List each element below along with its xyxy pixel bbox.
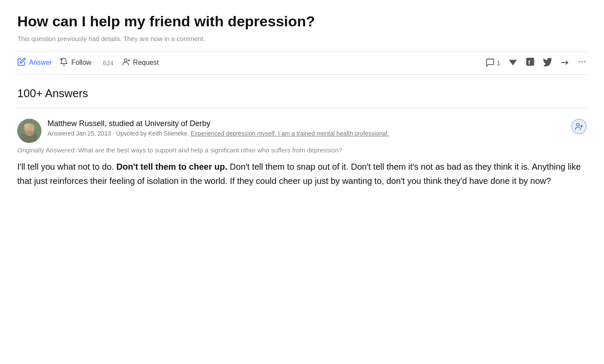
follow-icon xyxy=(60,57,68,68)
follow-divider: · xyxy=(96,59,98,66)
request-icon xyxy=(121,57,130,68)
author-info: Matthew Russell, studied at University o… xyxy=(47,119,565,138)
comment-button[interactable]: 1 xyxy=(485,58,500,67)
action-bar: Answer Follow · 624 Request xyxy=(17,51,587,75)
svg-point-15 xyxy=(24,123,29,129)
avatar xyxy=(17,119,41,143)
upvote-credential-link[interactable]: Experienced depression myself. I am a tr… xyxy=(191,130,389,137)
answer-block: Matthew Russell, studied at University o… xyxy=(17,119,587,188)
svg-point-10 xyxy=(582,61,583,62)
originally-answered: Originally Answered: What are the best w… xyxy=(17,146,587,154)
answer-meta: Answered Jan 25, 2013 · Upvoted by Keith… xyxy=(47,130,565,138)
svg-point-2 xyxy=(124,59,127,62)
add-user-button[interactable] xyxy=(571,119,587,134)
pencil-icon xyxy=(17,57,26,68)
follow-count: 624 xyxy=(103,59,114,66)
question-subtitle: This question previously had details. Th… xyxy=(17,35,587,42)
comment-count: 1 xyxy=(497,59,500,66)
answers-divider xyxy=(17,108,587,108)
question-title: How can I help my friend with depression… xyxy=(17,12,587,31)
answer-button[interactable]: Answer xyxy=(17,56,60,70)
follow-label: Follow xyxy=(71,59,91,66)
answer-text: I'll tell you what not to do. Don't tell… xyxy=(17,160,587,188)
svg-rect-6 xyxy=(526,57,534,65)
request-button[interactable]: Request xyxy=(121,56,167,70)
svg-text:f: f xyxy=(528,59,530,65)
follow-button[interactable]: Follow · 624 xyxy=(60,56,121,70)
downvote-button[interactable] xyxy=(508,58,518,67)
answer-header: Matthew Russell, studied at University o… xyxy=(17,119,587,143)
right-actions: 1 f xyxy=(485,57,587,69)
share-button[interactable] xyxy=(560,58,569,67)
svg-marker-5 xyxy=(509,60,517,66)
answers-count: 100+ Answers xyxy=(17,87,587,100)
facebook-share-button[interactable]: f xyxy=(525,57,535,69)
answer-text-bold: Don't tell them to cheer up. xyxy=(117,162,228,171)
request-label: Request xyxy=(133,59,159,66)
answer-label: Answer xyxy=(29,59,52,66)
answer-date: Answered Jan 25, 2013 xyxy=(47,130,111,137)
svg-point-17 xyxy=(25,131,34,136)
author-name[interactable]: Matthew Russell, studied at University o… xyxy=(47,119,565,129)
svg-point-11 xyxy=(584,61,585,62)
more-options-button[interactable] xyxy=(577,57,587,69)
svg-point-18 xyxy=(576,123,579,126)
twitter-share-button[interactable] xyxy=(543,58,552,67)
answer-text-plain: I'll tell you what not to do. xyxy=(17,162,117,171)
upvote-prefix: · Upvoted by Keith Stieneke, xyxy=(113,130,189,137)
svg-point-9 xyxy=(579,61,580,62)
